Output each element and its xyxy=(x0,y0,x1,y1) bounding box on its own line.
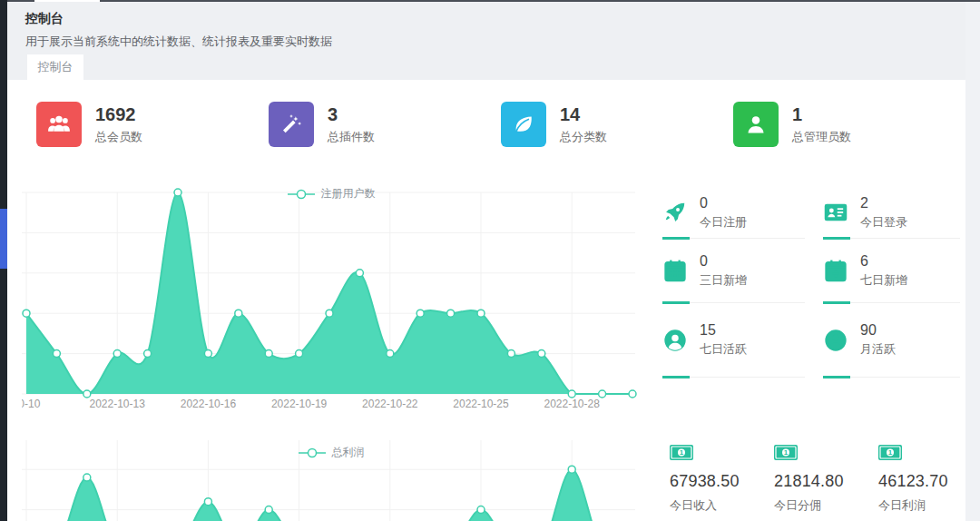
id-card-icon xyxy=(823,200,848,225)
banknote-icon: 1 xyxy=(670,445,693,460)
summary-card-categories: 14 总分类数 xyxy=(501,102,733,147)
leaf-icon xyxy=(501,102,546,147)
page-title: 控制台 xyxy=(25,11,965,27)
registered-users-chart[interactable]: 10-102022-10-132022-10-162022-10-192022-… xyxy=(22,182,641,413)
svg-text:2022-10-16: 2022-10-16 xyxy=(181,398,237,410)
total-members-label: 总会员数 xyxy=(95,129,142,145)
legend-label: 注册用户数 xyxy=(321,186,376,202)
today-commission-label: 今日分佣 xyxy=(774,497,878,514)
stat-month-active: 90 月活跃 xyxy=(823,303,960,378)
7day-active-new-label: 七日新增 xyxy=(860,272,907,289)
collapsed-sidebar[interactable] xyxy=(0,0,7,521)
summary-cards-row: 1692 总会员数 3 总插件数 14 总分类数 xyxy=(7,102,965,147)
page-header: 控制台 用于展示当前系统中的统计数据、统计报表及重要实时数据 xyxy=(7,2,965,54)
total-categories-value: 14 xyxy=(560,104,607,125)
total-admins-label: 总管理员数 xyxy=(792,129,851,145)
user-circle-outline-icon xyxy=(823,328,848,353)
calendar-icon xyxy=(662,258,688,283)
summary-card-admins: 1 总管理员数 xyxy=(733,102,965,147)
svg-text:2022-10-19: 2022-10-19 xyxy=(271,398,328,410)
total-categories-label: 总分类数 xyxy=(560,129,607,145)
total-plugins-label: 总插件数 xyxy=(328,129,375,145)
svg-text:2022-10-22: 2022-10-22 xyxy=(362,398,418,410)
tab-bar: 控制台 xyxy=(7,54,965,80)
today-register-label: 今日注册 xyxy=(700,214,747,231)
today-login-value: 2 xyxy=(860,195,907,211)
month-active-label: 月活跃 xyxy=(860,341,896,358)
sidebar-active-item[interactable] xyxy=(0,209,7,269)
calendar-plus-icon xyxy=(823,258,848,283)
dashboard-content: 1692 总会员数 3 总插件数 14 总分类数 xyxy=(7,80,965,521)
money-stats-row: 1 67938.50 今日收入 1 21814.80 今日分佣 1 46123.… xyxy=(670,445,980,514)
total-plugins-value: 3 xyxy=(328,104,375,125)
svg-text:10-10: 10-10 xyxy=(22,398,41,410)
stat-3day-new: 0 三日新增 xyxy=(662,239,805,303)
svg-text:2022-10-13: 2022-10-13 xyxy=(90,398,146,410)
tab-console[interactable]: 控制台 xyxy=(27,54,83,80)
svg-text:1: 1 xyxy=(784,448,789,457)
svg-text:2022-10-25: 2022-10-25 xyxy=(453,398,509,410)
7day-active-value: 15 xyxy=(700,322,747,339)
3day-new-label: 三日新增 xyxy=(700,272,747,289)
today-income-label: 今日收入 xyxy=(670,497,774,514)
summary-card-plugins: 3 总插件数 xyxy=(269,102,501,147)
stat-today-commission: 1 21814.80 今日分佣 xyxy=(774,445,878,514)
banknote-icon: 1 xyxy=(774,445,798,460)
stat-today-profit: 1 46123.70 今日利润 xyxy=(878,445,980,514)
stat-today-income: 1 67938.50 今日收入 xyxy=(670,445,774,514)
total-members-value: 1692 xyxy=(95,104,142,125)
today-profit-value: 46123.70 xyxy=(878,472,980,491)
stat-today-login: 2 今日登录 xyxy=(823,187,960,239)
today-profit-label: 今日利润 xyxy=(878,497,980,514)
summary-card-members: 1692 总会员数 xyxy=(36,102,269,147)
banknote-icon: 1 xyxy=(878,445,902,460)
today-income-value: 67938.50 xyxy=(670,472,774,491)
stat-today-register: 0 今日注册 xyxy=(662,187,805,239)
3day-new-value: 0 xyxy=(700,253,747,270)
quick-stats-panel: 0 今日注册 2 今日登录 0 三日新增 6 七日新增 xyxy=(662,187,962,378)
month-active-value: 90 xyxy=(860,322,896,339)
legend-registered-users[interactable]: 注册用户数 xyxy=(22,186,641,202)
total-admins-value: 1 xyxy=(792,104,851,125)
page-subtitle: 用于展示当前系统中的统计数据、统计报表及重要实时数据 xyxy=(25,34,965,50)
today-login-label: 今日登录 xyxy=(860,214,907,231)
svg-text:1: 1 xyxy=(888,448,893,457)
legend-line-marker-icon xyxy=(299,447,326,458)
admin-user-icon xyxy=(733,102,779,147)
user-circle-icon xyxy=(662,328,688,353)
legend-label: 总利润 xyxy=(332,445,365,460)
today-register-value: 0 xyxy=(700,195,747,211)
7day-active-label: 七日活跃 xyxy=(700,341,747,358)
today-commission-value: 21814.80 xyxy=(774,472,878,491)
rocket-icon xyxy=(662,200,688,225)
users-icon xyxy=(36,102,82,147)
legend-line-marker-icon xyxy=(288,189,315,200)
7day-active-new-value: 6 xyxy=(860,253,907,270)
magic-wand-icon xyxy=(269,102,314,147)
svg-text:2022-10-28: 2022-10-28 xyxy=(544,398,601,410)
svg-text:1: 1 xyxy=(680,448,684,457)
stat-7day-active: 15 七日活跃 xyxy=(662,303,805,378)
stat-7day-new: 6 七日新增 xyxy=(823,239,960,303)
legend-total-profit[interactable]: 总利润 xyxy=(22,445,641,460)
